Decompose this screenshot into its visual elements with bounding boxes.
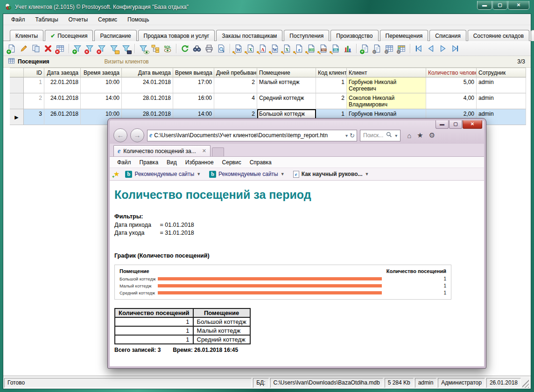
resize-grip[interactable] xyxy=(522,378,529,388)
column-header-employee[interactable]: Сотрудник xyxy=(477,68,526,77)
copy-record-icon[interactable] xyxy=(30,43,42,54)
filter-delete-all-icon[interactable]: × xyxy=(96,43,107,54)
nav-next-icon[interactable] xyxy=(437,43,449,54)
refresh-icon[interactable] xyxy=(179,43,190,54)
cell-client_code[interactable]: 1 xyxy=(316,77,347,93)
cell-arrival_time[interactable]: 14:00 xyxy=(81,93,122,109)
refresh-icon[interactable]: ↻ xyxy=(350,132,355,139)
nav-prev-icon[interactable] xyxy=(425,43,436,54)
cell-departure_date[interactable]: 28.01.2018 xyxy=(122,93,173,109)
cell-room[interactable]: Средний коттедж xyxy=(257,93,316,109)
cell-employee[interactable]: admin xyxy=(477,93,526,109)
export-txt-icon[interactable]: TXT↖ xyxy=(318,43,329,54)
nav-last-icon[interactable] xyxy=(450,43,461,54)
export-html-icon[interactable]: e↖ xyxy=(294,43,305,54)
nav-first-icon[interactable] xyxy=(413,43,424,54)
chart-icon[interactable] xyxy=(342,43,353,54)
row-selector[interactable]: ▶ xyxy=(10,109,24,125)
home-icon[interactable]: ⌂ xyxy=(407,132,411,140)
close-button[interactable]: ✕ xyxy=(508,1,529,10)
column-header-arrival_time[interactable]: Время заезда xyxy=(81,68,122,77)
print-icon[interactable] xyxy=(204,43,215,54)
address-bar[interactable]: e C:\Users\Ivan\Documents\Учет клиентов\… xyxy=(147,130,357,141)
edit-record-icon[interactable] xyxy=(18,43,29,54)
tab-Расписание[interactable]: Расписание xyxy=(94,30,136,41)
settings-gear-icon[interactable]: ⚙ xyxy=(429,131,435,140)
cell-arrival_date[interactable]: 24.01.2018 xyxy=(44,93,81,109)
cell-client[interactable]: Соколов Николай Владимирович xyxy=(347,93,426,109)
export-excel-icon[interactable]: X↖ xyxy=(245,43,256,54)
favorites-icon[interactable]: ★ xyxy=(417,131,423,140)
tab-Продажа товаров и услуг[interactable]: Продажа товаров и услуг xyxy=(138,30,215,41)
ie-menu-item-Избранное[interactable]: Избранное xyxy=(182,158,218,167)
cell-people[interactable]: 4,00 xyxy=(426,93,477,109)
cell-departure_date[interactable]: 24.01.2018 xyxy=(122,77,173,93)
filter-new-icon[interactable]: + xyxy=(72,43,83,54)
cell-departure_time[interactable]: 17:00 xyxy=(173,77,214,93)
column-header-client_code[interactable]: Код клиента xyxy=(316,68,347,77)
search-icon[interactable] xyxy=(386,132,392,139)
cell-id[interactable]: 2 xyxy=(24,93,44,109)
minimize-button[interactable]: ▬ xyxy=(477,1,492,10)
cell-days[interactable]: 4 xyxy=(214,93,257,109)
preview-icon[interactable] xyxy=(216,43,227,54)
tab-Клиенты[interactable]: Клиенты xyxy=(10,30,43,41)
table-properties-icon[interactable]: ⚙ xyxy=(396,43,407,54)
column-header-departure_date[interactable]: Дата выезда xyxy=(122,68,173,77)
favorite-item-1[interactable]: bРекомендуемые сайты▼ xyxy=(206,170,288,179)
cell-people[interactable]: 5,00 xyxy=(426,77,477,93)
search-dropdown-icon[interactable]: ▾ xyxy=(395,133,397,138)
find-icon[interactable] xyxy=(191,43,203,54)
menu-item-Помощь[interactable]: Помощь xyxy=(123,15,153,24)
menu-item-Файл[interactable]: Файл xyxy=(7,15,29,24)
new-tab-button[interactable] xyxy=(212,147,224,156)
ie-menu-item-Справка[interactable]: Справка xyxy=(246,158,275,167)
export-word-icon[interactable]: W↖ xyxy=(233,43,244,54)
cell-days[interactable]: 2 xyxy=(214,77,257,93)
favorite-item-2[interactable]: eКак научный руково...▼ xyxy=(290,170,372,179)
menu-item-Сервис[interactable]: Сервис xyxy=(94,15,121,24)
column-header-client[interactable]: Клиент xyxy=(347,68,426,77)
cell-client_code[interactable]: 2 xyxy=(316,93,347,109)
maximize-button[interactable]: ▢ xyxy=(492,1,507,10)
tab-Перемещения[interactable]: Перемещения xyxy=(380,30,429,41)
export-excel-template-icon[interactable]: X↖ xyxy=(281,43,293,54)
delete-record-icon[interactable] xyxy=(42,43,54,54)
column-header-id[interactable]: ID xyxy=(24,68,44,77)
cell-arrival_date[interactable]: 22.01.2018 xyxy=(44,77,81,93)
export-csv-icon[interactable]: CSV↖ xyxy=(306,43,317,54)
filter-save-icon[interactable] xyxy=(120,43,132,54)
tab-Сотрудники[interactable]: Сотрудники xyxy=(531,30,534,41)
favorite-item-0[interactable]: bРекомендуемые сайты▼ xyxy=(122,170,204,179)
cell-id[interactable]: 3 xyxy=(24,109,44,125)
filter-delete-icon[interactable]: × xyxy=(84,43,95,54)
field-properties-icon[interactable]: ⚙ xyxy=(372,43,383,54)
tab-close-icon[interactable]: ✕ xyxy=(202,148,206,154)
column-header-arrival_date[interactable]: Дата заезда xyxy=(44,68,81,77)
cell-id[interactable]: 1 xyxy=(24,77,44,93)
tab-Заказы поставщикам[interactable]: Заказы поставщикам xyxy=(216,30,282,41)
browser-tab[interactable]: e Количество посещений за... ✕ xyxy=(113,145,211,156)
column-header-departure_time[interactable]: Время выезда xyxy=(173,68,214,77)
cell-arrival_time[interactable]: 10:00 xyxy=(81,77,122,93)
ie-menu-item-Сервис[interactable]: Сервис xyxy=(218,158,245,167)
back-button[interactable]: ← xyxy=(113,128,127,142)
column-header-people[interactable]: Количество человек xyxy=(426,68,477,77)
ie-menu-item-Правка[interactable]: Правка xyxy=(136,158,162,167)
export-word-template-icon[interactable]: W↖ xyxy=(269,43,281,54)
ie-close-button[interactable]: ✕ xyxy=(463,120,482,129)
ie-maximize-button[interactable]: ▢ xyxy=(449,120,462,129)
ie-menu-item-Файл[interactable]: Файл xyxy=(113,158,135,167)
ie-menu-item-Вид[interactable]: Вид xyxy=(163,158,181,167)
forward-button[interactable]: → xyxy=(130,128,144,142)
cell-arrival_date[interactable]: 26.01.2018 xyxy=(44,109,81,125)
new-subtable-icon[interactable]: + xyxy=(359,43,371,54)
cell-client[interactable]: Горбунов Николай Сергеевич xyxy=(347,77,426,93)
filter-open-icon[interactable] xyxy=(108,43,119,54)
cell-employee[interactable]: admin xyxy=(477,77,526,93)
tab-Списания[interactable]: Списания xyxy=(429,30,466,41)
row-selector[interactable] xyxy=(10,77,24,93)
address-dropdown-icon[interactable]: ▾ xyxy=(345,133,348,138)
tab-Состояние складов[interactable]: Состояние складов xyxy=(468,30,529,41)
sql-view-icon[interactable]: SQL xyxy=(162,43,173,54)
